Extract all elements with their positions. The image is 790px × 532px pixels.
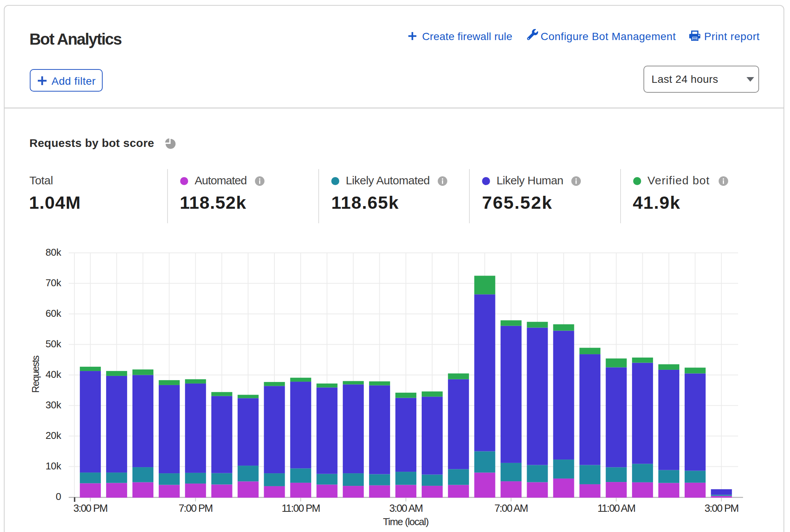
svg-text:0: 0 — [56, 491, 61, 502]
svg-text:3:00 AM: 3:00 AM — [389, 503, 422, 514]
svg-text:Time (local): Time (local) — [383, 516, 429, 527]
svg-text:3:00 PM: 3:00 PM — [73, 503, 107, 514]
svg-text:11:00 AM: 11:00 AM — [597, 503, 635, 514]
svg-text:11:00 PM: 11:00 PM — [282, 503, 320, 514]
svg-text:50k: 50k — [45, 338, 61, 350]
svg-text:7:00 AM: 7:00 AM — [495, 503, 528, 514]
svg-text:3:00 PM: 3:00 PM — [705, 503, 738, 514]
svg-text:40k: 40k — [45, 369, 61, 380]
svg-text:7:00 PM: 7:00 PM — [179, 503, 213, 514]
svg-text:80k: 80k — [45, 247, 61, 258]
svg-text:10k: 10k — [45, 460, 61, 472]
svg-text:20k: 20k — [45, 430, 61, 441]
svg-text:30k: 30k — [45, 399, 61, 411]
svg-text:70k: 70k — [45, 277, 61, 289]
svg-text:60k: 60k — [45, 308, 61, 319]
svg-text:Requests: Requests — [30, 355, 41, 393]
